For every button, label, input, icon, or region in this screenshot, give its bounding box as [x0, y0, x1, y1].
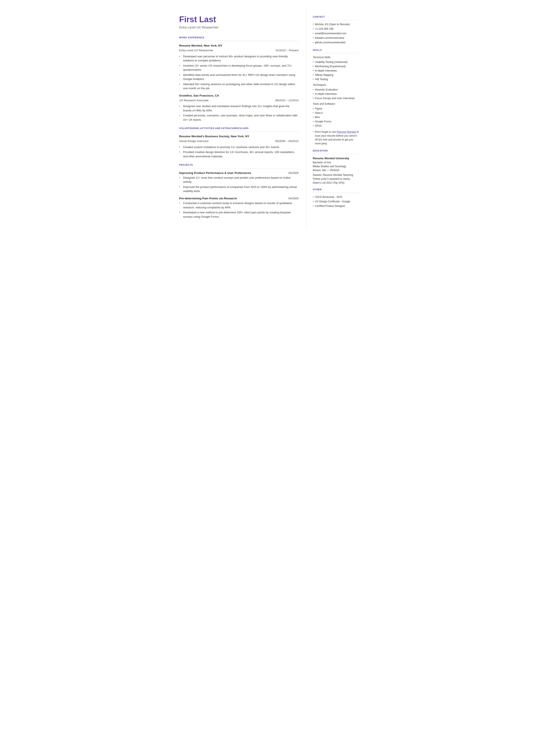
edu-degree: Bachelor of Arts [313, 160, 359, 164]
project-1-bullets: Designed 11+ tools that conduct surveys … [179, 176, 299, 193]
project-1-date: 05/2009 [289, 171, 299, 175]
list-item: github.com/resumeworded [313, 41, 359, 44]
job-2-dates: 06/2010 – 12/2014 [275, 98, 298, 102]
right-column: CONTACT Wichita, KS (Open to Remote) +1-… [306, 9, 365, 228]
vol-1-company: Resume Worded's Business Society, New Yo… [179, 134, 249, 139]
job-1-dates: 01/2015 – Present [276, 48, 298, 53]
job-2-role-dates: UX Research Associate 06/2010 – 12/2014 [179, 98, 299, 104]
education-heading: EDUCATION [313, 149, 359, 153]
volunteering-heading: VOLUNTEERING ACTIVITIES AND EXTRACURRICU… [179, 126, 299, 130]
list-item: Assisted 13+ senior UX researchers in de… [179, 64, 299, 72]
list-item: Designed user studies and translated res… [179, 104, 299, 113]
list-item: Heuristic Evaluation [313, 88, 359, 92]
vol-1-role-dates: Visual Design Instructor 06/2009 – 04/20… [179, 139, 299, 145]
project-1-title: Improving Product Performance & User Pre… [179, 171, 251, 175]
project-2-title: Pre-determining Pain Points via Research [179, 196, 237, 201]
list-item: Attended 50+ training sessions on protot… [179, 82, 299, 91]
edu-awards: Awards: Resume Worded Teaching Fellow (o… [313, 173, 359, 185]
tools-list: Figma Atlas.ti Miro Google Forms SPSS [313, 107, 359, 128]
job-1-header: Resume Worded, New York, NY [179, 43, 299, 48]
edu-school: Resume Worded University [313, 156, 359, 160]
vol-1-bullets: Created custom invitations to promote 11… [179, 145, 299, 159]
edu-field: Media Studies and Sociology [313, 164, 359, 168]
technical-skills-label: Technical Skills: [313, 55, 359, 59]
job-2-company: Growthsi, San Francisco, CA [179, 94, 219, 98]
list-item: linkedin.com/in/username [313, 36, 359, 40]
title: Entry-Level UX Researcher [179, 25, 299, 30]
job-2-role: UX Research Associate [179, 98, 209, 102]
edu-location: Boston, MA — 05/2010 [313, 168, 359, 172]
resume-page: First Last Entry-Level UX Researcher WOR… [171, 0, 365, 237]
education-divider [313, 154, 359, 154]
name: First Last [179, 15, 299, 24]
contact-list: Wichita, KS (Open to Remote) +1-234-456-… [313, 22, 359, 44]
job-2-bullets: Designed user studies and translated res… [179, 104, 299, 122]
skills-heading: SKILLS [313, 48, 359, 52]
list-item: Designed 11+ tools that conduct surveys … [179, 176, 299, 184]
list-item: Certified Product Designer [313, 204, 359, 208]
skills-divider [313, 53, 359, 53]
vol-1-header: Resume Worded's Business Society, New Yo… [179, 134, 299, 139]
project-2-bullets: Conducted a customer-centred study to en… [179, 201, 299, 219]
list-item: Improved the product performance of comp… [179, 185, 299, 193]
projects-heading: PROJECTS [179, 163, 299, 167]
project-2-header: Pre-determining Pain Points via Research… [179, 196, 299, 201]
list-item: SPSS [313, 124, 359, 128]
left-column: First Last Entry-Level UX Researcher WOR… [171, 9, 306, 228]
project-1-header: Improving Product Performance & User Pre… [179, 171, 299, 175]
job-1-role: Entry-Level UX Researcher [179, 48, 213, 53]
list-item: UI/UX Bootcamp - 2015 [313, 195, 359, 199]
other-heading: OTHER [313, 188, 359, 191]
resume-worded-link[interactable]: Resume Worded [337, 130, 356, 133]
volunteering-divider [179, 131, 299, 132]
contact-heading: CONTACT [313, 15, 359, 19]
projects-divider [179, 168, 299, 168]
list-item: +1-234-456-789 [313, 27, 359, 31]
list-item: Developed a new method to pre-determine … [179, 210, 299, 219]
work-experience-heading: WORK EXPERIENCE [179, 36, 299, 40]
list-item: Miro [313, 115, 359, 119]
project-2-date: 04/2009 [289, 196, 299, 201]
job-1-bullets: Developed user personas to instruct 66+ … [179, 54, 299, 91]
list-item: Affinity Mapping [313, 73, 359, 77]
list-item: Google Forms [313, 120, 359, 124]
resume-worded-note: Don't forget to use Resume Worded to sca… [313, 130, 359, 146]
list-item: Figma [313, 107, 359, 111]
techniques-list: Heuristic Evaluation In-depth Interviews… [313, 88, 359, 100]
list-item: Wichita, KS (Open to Remote) [313, 22, 359, 26]
list-item: Conducted a customer-centred study to en… [179, 201, 299, 210]
job-2-header: Growthsi, San Francisco, CA [179, 94, 299, 98]
list-item: Focus Groups and User Interviews [313, 96, 359, 100]
list-item: Identified data trends and summarized th… [179, 73, 299, 81]
vol-1-role: Visual Design Instructor [179, 139, 209, 143]
list-item: In-depth Interviews [313, 69, 359, 72]
tools-label: Tools and Software: [313, 102, 359, 106]
technical-skills-list: Usability Testing (Advanced) Wireframing… [313, 60, 359, 81]
techniques-label: Techniques: [313, 83, 359, 87]
other-divider [313, 193, 359, 193]
list-item: A/B Testing [313, 77, 359, 81]
list-item: Atlas.ti [313, 111, 359, 115]
list-item: Provided creative design direction for 1… [179, 150, 299, 158]
list-item: email@resumeworded.com [313, 32, 359, 35]
list-item: In-depth Interviews [313, 92, 359, 96]
vol-1-dates: 06/2009 – 04/2010 [275, 139, 298, 143]
list-item: UX Design Certificate - Google [313, 200, 359, 204]
job-1-company: Resume Worded, New York, NY [179, 43, 222, 48]
list-item: Developed user personas to instruct 66+ … [179, 54, 299, 63]
list-item: Created personas, scenarios, user journe… [179, 113, 299, 122]
other-list: UI/UX Bootcamp - 2015 UX Design Certific… [313, 195, 359, 208]
note-pre-text: Don't forget to use [315, 130, 337, 133]
list-item: Wireframing (Experienced) [313, 65, 359, 68]
list-item: Created custom invitations to promote 11… [179, 145, 299, 149]
list-item: Usability Testing (Advanced) [313, 60, 359, 64]
job-1-role-dates: Entry-Level UX Researcher 01/2015 – Pres… [179, 48, 299, 54]
